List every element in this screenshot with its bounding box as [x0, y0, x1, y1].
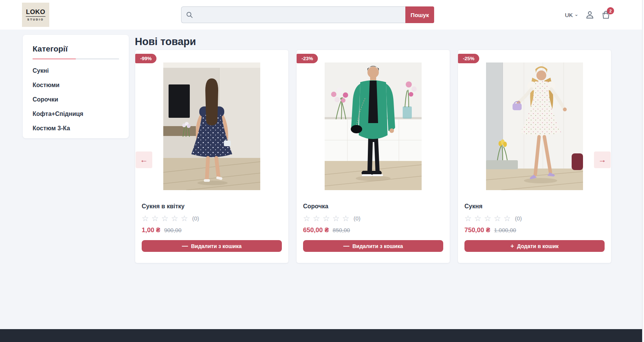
product-card: -99% — [135, 50, 289, 263]
rating-count: (0) — [192, 215, 199, 222]
categories-panel: Категорії Сукні Костюми Сорочки Кофта+Сп… — [23, 35, 129, 138]
sidebar-item-kostiumy[interactable]: Костюми — [33, 82, 119, 89]
star-rating: ☆☆☆☆☆ (0) — [142, 214, 282, 222]
search-box — [181, 6, 405, 23]
header-actions: UK ⌄ 2 — [565, 0, 611, 30]
arrow-right-icon: → — [599, 155, 606, 164]
sidebar-item-kostium-3ka[interactable]: Костюм 3-Ка — [33, 125, 119, 132]
cart-count-badge: 2 — [607, 7, 614, 14]
star-icons: ☆☆☆☆☆ — [142, 214, 191, 222]
price-row: 1,00 ₴ 900,00 — [142, 226, 282, 234]
product-card: -23% — [296, 50, 450, 263]
product-info: Сукня ☆☆☆☆☆ (0) 750,00 ₴ 1.000,00 + Дода… — [458, 203, 611, 252]
cart-button-label: Додати в кошик — [517, 243, 559, 249]
add-to-cart-button[interactable]: + Додати в кошик — [464, 240, 605, 252]
language-selector[interactable]: UK ⌄ — [565, 12, 578, 18]
price-row: 750,00 ₴ 1.000,00 — [464, 226, 605, 234]
star-icons: ☆☆☆☆☆ — [303, 214, 352, 222]
product-title[interactable]: Сорочка — [303, 203, 443, 210]
discount-badge: -99% — [135, 54, 156, 63]
rating-count: (0) — [353, 215, 360, 222]
minus-icon: — — [343, 243, 349, 249]
price-row: 650,00 ₴ 850,00 — [303, 226, 443, 234]
footer — [0, 329, 644, 342]
star-rating: ☆☆☆☆☆ (0) — [303, 214, 443, 222]
discount-badge: -23% — [297, 54, 318, 63]
price-current: 750,00 ₴ — [464, 226, 490, 234]
plus-icon: + — [510, 243, 514, 249]
product-title[interactable]: Сукня — [464, 203, 605, 210]
account-button[interactable] — [585, 10, 595, 20]
search-button[interactable]: Пошук — [405, 6, 434, 23]
star-rating: ☆☆☆☆☆ (0) — [464, 214, 605, 222]
sidebar-item-sukni[interactable]: Сукні — [33, 67, 119, 74]
star-icons: ☆☆☆☆☆ — [464, 214, 513, 222]
header: LOKO STUDIO Пошук UK ⌄ 2 — [0, 0, 644, 30]
logo-subtitle: STUDIO — [27, 18, 44, 21]
cart-button-label: Видалити з кошика — [352, 243, 403, 249]
categories-title: Категорії — [33, 44, 119, 53]
chevron-down-icon: ⌄ — [574, 12, 578, 17]
rating-count: (0) — [515, 215, 522, 222]
cart-button[interactable]: 2 — [601, 10, 611, 20]
arrow-left-icon: ← — [140, 155, 148, 164]
logo-title: LOKO — [26, 8, 45, 17]
search-input[interactable] — [193, 7, 405, 23]
carousel-prev-button[interactable]: ← — [136, 151, 152, 168]
price-current: 1,00 ₴ — [142, 226, 160, 234]
product-card: -25% — [458, 50, 611, 263]
sidebar-item-sorochky[interactable]: Сорочки — [33, 96, 119, 103]
price-old: 1.000,00 — [494, 227, 516, 233]
minus-icon: — — [182, 243, 188, 249]
product-photo-green-shirt[interactable] — [325, 62, 422, 190]
price-old: 850,00 — [333, 227, 350, 233]
user-icon — [585, 10, 595, 20]
logo[interactable]: LOKO STUDIO — [22, 3, 49, 27]
product-photo-white-dress[interactable] — [486, 62, 583, 190]
product-carousel: -99% — [135, 50, 611, 263]
scrollbar[interactable] — [642, 0, 644, 342]
price-current: 650,00 ₴ — [303, 226, 329, 234]
discount-badge: -25% — [458, 54, 479, 63]
price-old: 900,00 — [164, 227, 181, 233]
title-underline — [33, 58, 119, 59]
language-label: UK — [565, 12, 573, 18]
product-info: Сорочка ☆☆☆☆☆ (0) 650,00 ₴ 850,00 — Вида… — [297, 203, 450, 252]
search-form: Пошук — [181, 6, 434, 23]
cart-button-label: Видалити з кошика — [191, 243, 242, 249]
remove-from-cart-button[interactable]: — Видалити з кошика — [303, 240, 443, 252]
search-icon — [186, 11, 193, 19]
product-title[interactable]: Сукня в квітку — [142, 203, 282, 210]
page-title: Нові товари — [135, 36, 196, 48]
sidebar-item-kofta-spidnytsia[interactable]: Кофта+Спідниця — [33, 111, 119, 117]
carousel-next-button[interactable]: → — [594, 151, 611, 168]
remove-from-cart-button[interactable]: — Видалити з кошика — [142, 240, 282, 252]
product-info: Сукня в квітку ☆☆☆☆☆ (0) 1,00 ₴ 900,00 —… — [135, 203, 288, 252]
product-photo-dress-polka[interactable] — [163, 62, 260, 190]
